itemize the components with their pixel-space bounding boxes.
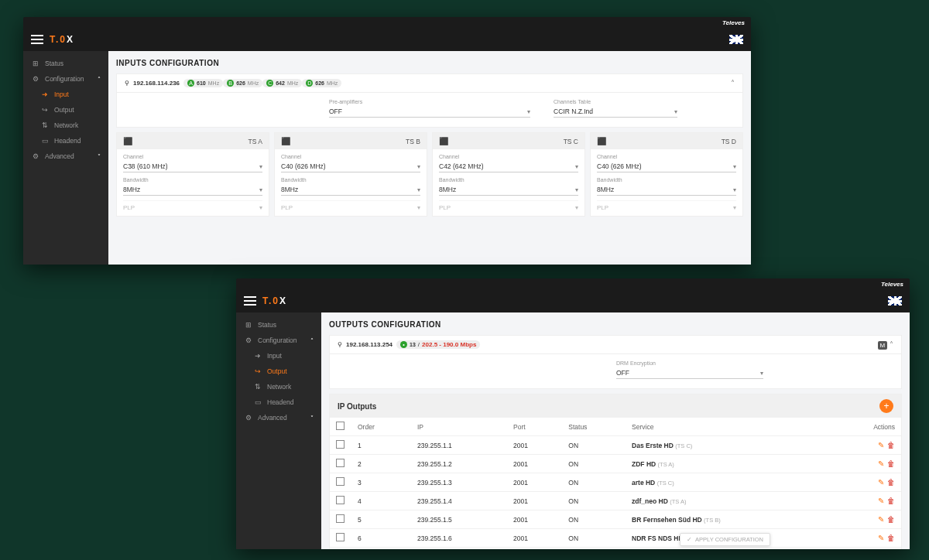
- ts-title: TS C: [564, 138, 578, 145]
- channel-select[interactable]: C40 (626 MHz)▾: [597, 161, 736, 172]
- hamburger-icon[interactable]: [244, 296, 256, 306]
- edit-icon[interactable]: ✎: [878, 478, 884, 487]
- edit-icon[interactable]: ✎: [878, 497, 884, 505]
- bandwidth-select[interactable]: 8MHz▾: [597, 184, 736, 196]
- channel-select[interactable]: C40 (626 MHz)▾: [281, 161, 420, 172]
- sidebar-icon: ⇅: [40, 121, 50, 129]
- cell-port: 2001: [507, 548, 562, 550]
- chevron-icon: ˅: [310, 415, 314, 422]
- cell-order: 5: [351, 510, 411, 529]
- cell-service: zdf_neo HD (TS A): [626, 492, 832, 510]
- module-ip: 192.168.114.236: [133, 80, 180, 87]
- cell-ip: 239.255.1.5: [411, 510, 507, 529]
- drm-select[interactable]: OFF▾: [616, 367, 763, 379]
- ip-outputs-section: IP Outputs + Order IP Port Status Servic…: [329, 394, 902, 549]
- plp-select[interactable]: PLP▾: [597, 200, 736, 211]
- edit-icon[interactable]: ✎: [878, 441, 884, 449]
- row-checkbox[interactable]: [336, 514, 345, 523]
- plp-select[interactable]: PLP▾: [123, 200, 262, 211]
- row-checkbox[interactable]: [336, 496, 345, 504]
- language-flag-icon[interactable]: [729, 35, 743, 44]
- row-checkbox[interactable]: [336, 533, 345, 541]
- delete-icon[interactable]: 🗑: [887, 441, 895, 449]
- delete-icon[interactable]: 🗑: [887, 459, 895, 468]
- app-logo: T.0X: [262, 295, 287, 306]
- language-flag-icon[interactable]: [888, 296, 902, 306]
- sidebar-item-output[interactable]: ↪Output: [23, 102, 108, 118]
- ts-cards: ⬛TS AChannelC38 (610 MHz)▾Bandwidth8MHz▾…: [116, 132, 743, 217]
- edit-icon[interactable]: ✎: [878, 534, 884, 542]
- sidebar-item-headend[interactable]: ▭Headend: [23, 133, 108, 149]
- sidebar-item-label: Advanced: [45, 152, 74, 160]
- select-all-checkbox[interactable]: [336, 422, 345, 430]
- freq-badge: A610MHz: [183, 79, 223, 87]
- col-ip: IP: [411, 418, 507, 436]
- sidebar-item-label: Configuration: [45, 75, 84, 83]
- hamburger-icon[interactable]: [31, 35, 43, 44]
- sidebar-item-input[interactable]: ➜Input: [23, 87, 108, 102]
- delete-icon[interactable]: 🗑: [887, 534, 895, 542]
- row-checkbox[interactable]: [336, 440, 345, 449]
- sidebar-item-network[interactable]: ⇅Network: [236, 379, 321, 394]
- bandwidth-select[interactable]: 8MHz▾: [439, 184, 578, 196]
- bandwidth-select[interactable]: 8MHz▾: [123, 184, 262, 196]
- delete-icon[interactable]: 🗑: [887, 497, 895, 505]
- collapse-group[interactable]: M ˄: [873, 340, 893, 349]
- cell-order: 3: [351, 473, 411, 492]
- cell-port: 2001: [507, 473, 562, 492]
- sidebar: ⊞Status⚙Configuration˄➜Input↪Output⇅Netw…: [236, 312, 321, 549]
- sidebar-item-output[interactable]: ↪Output: [236, 364, 321, 379]
- collapse-icon[interactable]: ˄: [731, 79, 735, 87]
- status-dot-icon: B: [227, 80, 234, 87]
- brand-label: Televes: [881, 281, 903, 288]
- cell-service: phoenix HD (TS B): [626, 548, 832, 550]
- module-ip: 192.168.113.254: [346, 341, 393, 348]
- plp-select[interactable]: PLP▾: [281, 200, 420, 211]
- channel-select[interactable]: C42 (642 MHz)▾: [439, 161, 578, 172]
- sidebar-item-status[interactable]: ⊞Status: [23, 56, 108, 71]
- table-row: 6239.255.1.62001ONNDR FS NDS HD (TS B)✎🗑: [330, 529, 901, 548]
- sidebar-item-advanced[interactable]: ⚙Advanced˅: [236, 410, 321, 425]
- signal-icon: ⬛: [597, 137, 606, 145]
- sidebar-item-label: Status: [45, 60, 63, 67]
- ts-title: TS D: [722, 138, 736, 145]
- edit-icon[interactable]: ✎: [878, 515, 884, 524]
- chtable-select[interactable]: CCIR N.Z.Ind▾: [554, 106, 677, 118]
- add-output-button[interactable]: +: [879, 399, 893, 413]
- channel-label: Channel: [439, 154, 578, 159]
- signal-icon: ⬛: [281, 137, 290, 145]
- preamp-select[interactable]: OFF▾: [329, 106, 530, 118]
- cell-order: 2: [351, 455, 411, 473]
- edit-icon[interactable]: ✎: [878, 459, 884, 468]
- sidebar-item-label: Input: [54, 90, 69, 98]
- chevron-icon: ˄: [98, 76, 101, 83]
- sidebar-item-advanced[interactable]: ⚙Advanced˅: [23, 149, 108, 164]
- channel-label: Channel: [123, 154, 262, 159]
- sidebar-item-network[interactable]: ⇅Network: [23, 118, 108, 133]
- sidebar-item-input[interactable]: ➜Input: [236, 348, 321, 364]
- row-checkbox[interactable]: [336, 459, 345, 467]
- bandwidth-select[interactable]: 8MHz▾: [281, 184, 420, 196]
- outputs-window: Televes T.0X ⊞Status⚙Configuration˄➜Inpu…: [236, 278, 910, 549]
- cell-port: 2001: [507, 436, 562, 455]
- sidebar-item-label: Configuration: [258, 336, 297, 344]
- sidebar-item-headend[interactable]: ▭Headend: [236, 394, 321, 410]
- sidebar-icon: ⚙: [244, 414, 253, 422]
- cell-order: 7: [351, 548, 411, 550]
- sidebar-item-configuration[interactable]: ⚙Configuration˄: [23, 71, 108, 87]
- apply-configuration-button[interactable]: ✓ APPLY CONFIGURATION: [680, 533, 770, 546]
- app-logo: T.0X: [50, 34, 74, 45]
- sidebar-item-status[interactable]: ⊞Status: [236, 317, 321, 333]
- sidebar-item-label: Input: [267, 352, 282, 360]
- sidebar-item-configuration[interactable]: ⚙Configuration˄: [236, 333, 321, 348]
- cell-ip: 239.255.1.3: [411, 473, 507, 492]
- sidebar-icon: ▭: [40, 137, 50, 145]
- channel-select[interactable]: C38 (610 MHz)▾: [123, 161, 262, 172]
- plp-select[interactable]: PLP▾: [439, 200, 578, 211]
- module-header: ⚲ 192.168.113.254 • 13 / 202.5 - 190.0 M…: [329, 335, 902, 354]
- row-checkbox[interactable]: [336, 477, 345, 486]
- chtable-label: Channels Table: [554, 99, 677, 104]
- delete-icon[interactable]: 🗑: [887, 515, 895, 524]
- delete-icon[interactable]: 🗑: [887, 478, 895, 487]
- signal-icon: ⬛: [123, 137, 132, 145]
